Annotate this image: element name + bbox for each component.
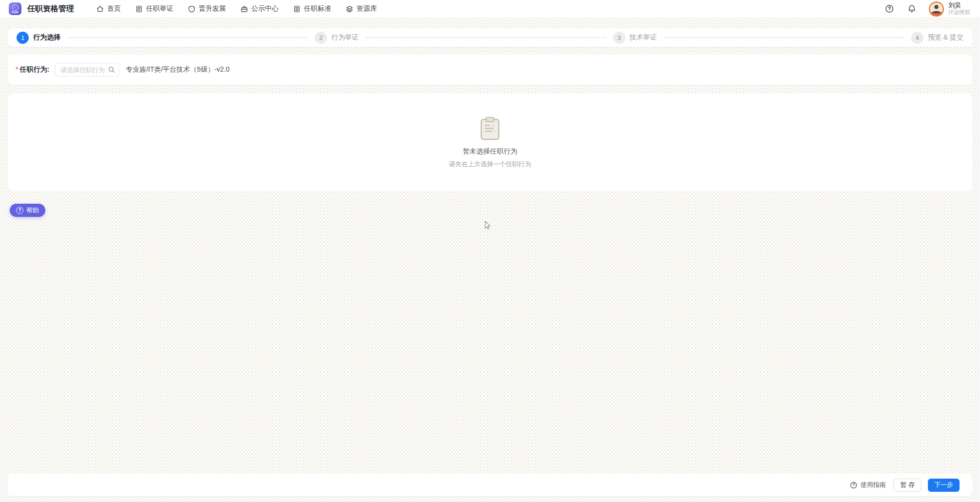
nav-item-label: 任职举证	[146, 4, 173, 13]
step-label: 技术举证	[630, 33, 657, 42]
step-preview-submit[interactable]: 4 预览 & 提交	[911, 32, 963, 44]
empty-state-panel: 暂未选择任职行为 请先在上方选择一个任职行为	[8, 94, 972, 192]
help-button-label: 帮助	[26, 206, 39, 215]
step-label: 行为举证	[331, 33, 358, 42]
step-label: 预览 & 提交	[928, 33, 963, 42]
step-behavior-evidence[interactable]: 2 行为举证	[315, 32, 358, 44]
empty-state-title: 暂未选择任职行为	[449, 147, 531, 156]
step-connector	[68, 37, 307, 38]
main-nav: 首页 任职举证 晋升发展 公示中心 任职标准 资源库	[96, 4, 377, 13]
info-circle-icon	[850, 482, 857, 489]
usage-guide-label: 使用指南	[860, 481, 886, 489]
behavior-select-box[interactable]	[55, 63, 119, 77]
step-connector	[664, 37, 904, 38]
question-mark-icon: ?	[16, 207, 23, 214]
step-number: 1	[17, 32, 29, 44]
app-logo: ⌂ RQM	[9, 2, 21, 15]
step-connector	[366, 37, 605, 38]
behavior-select-input[interactable]	[59, 66, 106, 74]
user-info: 刘昊 IT运维部	[948, 1, 970, 16]
step-number: 3	[613, 32, 625, 44]
empty-state-subtitle: 请先在上方选择一个任职行为	[449, 160, 531, 169]
step-label: 行为选择	[33, 33, 60, 42]
required-mark: *	[16, 65, 18, 73]
behavior-field-label: 任职行为:	[19, 65, 49, 74]
nav-item-label: 晋升发展	[199, 4, 226, 13]
nav-item-label: 任职标准	[304, 4, 331, 13]
nav-item-home[interactable]: 首页	[96, 4, 121, 13]
home-icon	[96, 5, 104, 13]
top-nav-right: 刘昊 IT运维部	[885, 1, 970, 17]
save-draft-button[interactable]: 暂 存	[893, 479, 922, 492]
mouse-cursor	[485, 221, 491, 230]
empty-state: 暂未选择任职行为 请先在上方选择一个任职行为	[449, 116, 531, 169]
footer-bar: 使用指南 暂 存 下一步	[8, 474, 972, 496]
nav-item-promotion[interactable]: 晋升发展	[188, 4, 226, 13]
document-icon	[135, 5, 143, 13]
briefcase-icon	[241, 5, 248, 13]
stepper: 1 行为选择 2 行为举证 3 技术举证 4 预览 & 提交	[8, 28, 972, 47]
step-technical-evidence[interactable]: 3 技术举证	[613, 32, 657, 44]
step-number: 2	[315, 32, 327, 44]
file-icon	[293, 5, 301, 13]
help-circle-icon[interactable]	[885, 4, 894, 13]
top-nav: ⌂ RQM 任职资格管理 首页 任职举证 晋升发展 公示中心 任职标准 资源库	[0, 0, 980, 18]
user-name: 刘昊	[948, 1, 970, 9]
layers-icon	[346, 5, 353, 13]
usage-guide-link[interactable]: 使用指南	[850, 481, 886, 489]
selected-standard-text: 专业族/IT类/平台技术（5级）-v2.0	[126, 65, 229, 74]
help-button[interactable]: ? 帮助	[10, 204, 45, 217]
step-number: 4	[911, 32, 923, 44]
search-icon	[108, 66, 115, 73]
nav-item-resources[interactable]: 资源库	[346, 4, 377, 13]
nav-item-publicity[interactable]: 公示中心	[241, 4, 279, 13]
logo-mark-icon: ⌂	[12, 4, 19, 11]
logo-text: RQM	[12, 11, 18, 14]
nav-item-label: 首页	[107, 4, 121, 13]
nav-item-label: 资源库	[357, 4, 377, 13]
app-title: 任职资格管理	[27, 4, 74, 14]
behavior-select-form: * 任职行为: 专业族/IT类/平台技术（5级）-v2.0	[8, 55, 972, 85]
step-behavior-select[interactable]: 1 行为选择	[17, 32, 60, 44]
avatar[interactable]	[929, 1, 944, 17]
next-step-button[interactable]: 下一步	[928, 479, 960, 492]
user-department: IT运维部	[948, 9, 970, 16]
clipboard-icon	[479, 116, 501, 141]
bell-icon[interactable]	[907, 4, 916, 13]
nav-item-standard[interactable]: 任职标准	[293, 4, 331, 13]
nav-item-evidence[interactable]: 任职举证	[135, 4, 173, 13]
badge-icon	[188, 5, 195, 13]
nav-item-label: 公示中心	[251, 4, 279, 13]
